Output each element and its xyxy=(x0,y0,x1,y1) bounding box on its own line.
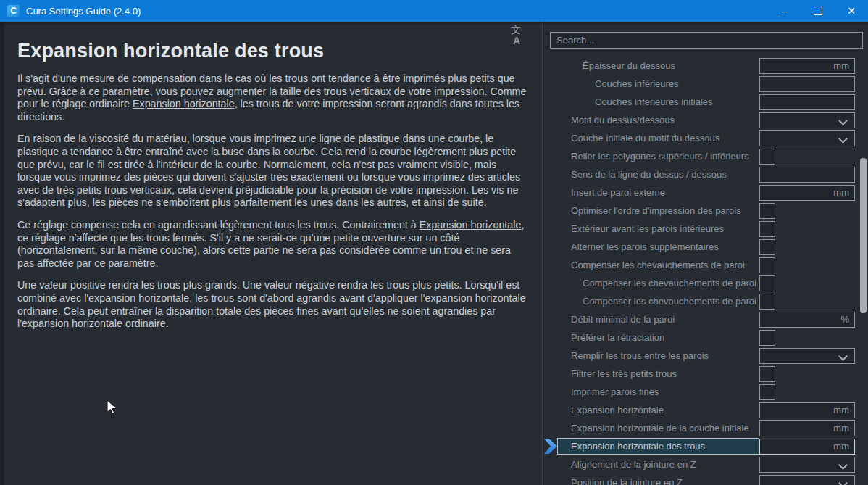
setting-control: % xyxy=(759,312,855,328)
unit-label: mm xyxy=(833,441,854,452)
setting-checkbox[interactable] xyxy=(759,257,775,273)
setting-control xyxy=(759,294,855,310)
setting-label[interactable]: Compenser les chevauchements de paroi xyxy=(557,257,759,273)
setting-value-input[interactable]: mm xyxy=(759,439,855,455)
setting-checkbox[interactable] xyxy=(759,221,775,237)
unit-label: mm xyxy=(833,187,854,198)
setting-control xyxy=(759,94,855,110)
setting-link[interactable]: Expansion horizontale xyxy=(133,98,235,109)
setting-label[interactable]: Épaisseur du dessous xyxy=(557,57,759,74)
setting-value-input[interactable]: % xyxy=(759,312,855,328)
settings-sidebar: Épaisseur du dessousmmCouches inférieure… xyxy=(542,22,868,485)
setting-label[interactable]: Alignement de la jointure en Z xyxy=(557,456,759,473)
setting-checkbox[interactable] xyxy=(759,384,775,400)
setting-label[interactable]: Filtrer les très petits trous xyxy=(557,365,759,382)
setting-label[interactable]: Débit minimal de la paroi xyxy=(557,311,759,328)
setting-label[interactable]: Alterner les parois supplémentaires xyxy=(557,239,759,255)
setting-value-input[interactable]: mm xyxy=(759,420,855,436)
setting-dropdown[interactable] xyxy=(759,348,855,364)
translate-icon-glyph: A xyxy=(513,35,520,46)
setting-label[interactable]: Sens de la ligne du dessus / dessous xyxy=(557,166,759,183)
setting-checkbox[interactable] xyxy=(759,366,775,382)
setting-label[interactable]: Expansion horizontale des trous xyxy=(557,438,759,455)
setting-checkbox[interactable] xyxy=(759,330,775,346)
setting-label[interactable]: Relier les polygones supérieurs / inféri… xyxy=(557,148,759,165)
setting-label[interactable]: Compenser les chevauchements de paroi in… xyxy=(557,293,759,310)
setting-control xyxy=(759,457,855,473)
chevron-down-icon xyxy=(838,478,848,485)
setting-label[interactable]: Expansion horizontale de la couche initi… xyxy=(557,420,759,436)
setting-value-input[interactable]: mm xyxy=(759,185,855,201)
setting-control: mm xyxy=(759,402,855,418)
setting-checkbox[interactable] xyxy=(759,149,775,165)
setting-value-input[interactable]: mm xyxy=(759,402,855,418)
setting-row: Couches inférieures initiales xyxy=(543,93,868,111)
setting-label[interactable]: Expansion horizontale xyxy=(557,402,759,418)
setting-label[interactable]: Insert de paroi externe xyxy=(557,184,759,201)
unit-label: mm xyxy=(833,405,854,415)
paragraph-text: Ce réglage compense cela en agrandissant… xyxy=(17,219,420,231)
setting-row: Remplir les trous entre les parois xyxy=(543,347,868,365)
setting-label[interactable]: Position de la jointure en Z xyxy=(557,474,759,485)
setting-control xyxy=(759,76,855,92)
setting-dropdown[interactable] xyxy=(759,457,855,473)
setting-checkbox[interactable] xyxy=(759,294,775,310)
page-title: Expansion horizontale des trous xyxy=(17,39,527,63)
window-title: Cura Settings Guide (2.4.0) xyxy=(26,6,141,17)
setting-label[interactable]: Préférer la rétractation xyxy=(557,329,759,346)
translate-icon[interactable]: 文 A xyxy=(507,26,527,45)
setting-row: Couche initiale du motif du dessous xyxy=(543,129,868,147)
setting-checkbox[interactable] xyxy=(759,203,775,219)
setting-label[interactable]: Motif du dessus/dessous xyxy=(557,112,759,128)
setting-control xyxy=(759,366,855,382)
setting-control xyxy=(759,275,855,291)
article-paragraph: Une valeur positive rendra les trous plu… xyxy=(17,279,527,330)
setting-label[interactable]: Imprimer parois fines xyxy=(557,384,759,400)
article-paragraph: En raison de la viscosité du matériau, l… xyxy=(17,133,527,210)
setting-row: Alignement de la jointure en Z xyxy=(543,455,868,473)
setting-label[interactable]: Couche initiale du motif du dessous xyxy=(557,130,759,146)
paragraph-text: En raison de la viscosité du matériau, l… xyxy=(17,133,520,208)
titlebar: C Cura Settings Guide (2.4.0) – ✕ xyxy=(0,0,868,22)
setting-row: Alterner les parois supplémentaires xyxy=(543,238,868,256)
setting-row: Filtrer les très petits trous xyxy=(543,365,868,383)
setting-value-input[interactable]: mm xyxy=(759,58,855,74)
setting-label[interactable]: Compenser les chevauchements de paroi ex… xyxy=(557,275,759,291)
setting-control xyxy=(759,149,855,165)
setting-row: Préférer la rétractation xyxy=(543,328,868,347)
setting-row: Compenser les chevauchements de paroi xyxy=(543,256,868,274)
window-left-edge xyxy=(0,22,4,485)
chevron-down-icon xyxy=(838,134,848,144)
search-input[interactable] xyxy=(550,32,863,49)
setting-label[interactable]: Couches inférieures initiales xyxy=(557,94,759,110)
setting-label[interactable]: Extérieur avant les parois intérieures xyxy=(557,220,759,237)
setting-row: Couches inférieures xyxy=(543,75,868,93)
maximize-icon xyxy=(814,7,822,15)
close-button[interactable]: ✕ xyxy=(835,0,868,22)
setting-dropdown[interactable] xyxy=(759,112,855,128)
scrollbar-thumb[interactable] xyxy=(860,158,867,313)
setting-control xyxy=(759,384,855,400)
setting-label[interactable]: Couches inférieures xyxy=(557,75,759,92)
minimize-button[interactable]: – xyxy=(768,0,801,22)
setting-value-input[interactable] xyxy=(759,94,855,110)
setting-value-input[interactable] xyxy=(759,76,855,92)
setting-label[interactable]: Optimiser l'ordre d'impression des paroi… xyxy=(557,202,759,219)
setting-checkbox[interactable] xyxy=(759,275,775,291)
maximize-button[interactable] xyxy=(801,0,835,22)
setting-checkbox[interactable] xyxy=(759,239,775,255)
setting-link[interactable]: Expansion horizontale xyxy=(420,219,522,231)
setting-value-input[interactable] xyxy=(759,167,855,183)
article-pane: 文 A Expansion horizontale des trous Il s… xyxy=(0,22,542,485)
cura-logo-icon: C xyxy=(7,5,20,17)
setting-row: Sens de la ligne du dessus / dessous xyxy=(543,165,868,183)
setting-control: mm xyxy=(759,439,855,455)
setting-label[interactable]: Remplir les trous entre les parois xyxy=(557,347,759,364)
setting-control: mm xyxy=(759,185,855,201)
setting-control: mm xyxy=(759,58,855,74)
article-paragraph: Il s'agit d'une mesure de compensation d… xyxy=(17,72,527,123)
setting-dropdown[interactable] xyxy=(759,475,855,485)
setting-dropdown[interactable] xyxy=(759,130,855,146)
setting-row: Épaisseur du dessousmm xyxy=(543,57,868,75)
window-controls: – ✕ xyxy=(768,0,868,22)
